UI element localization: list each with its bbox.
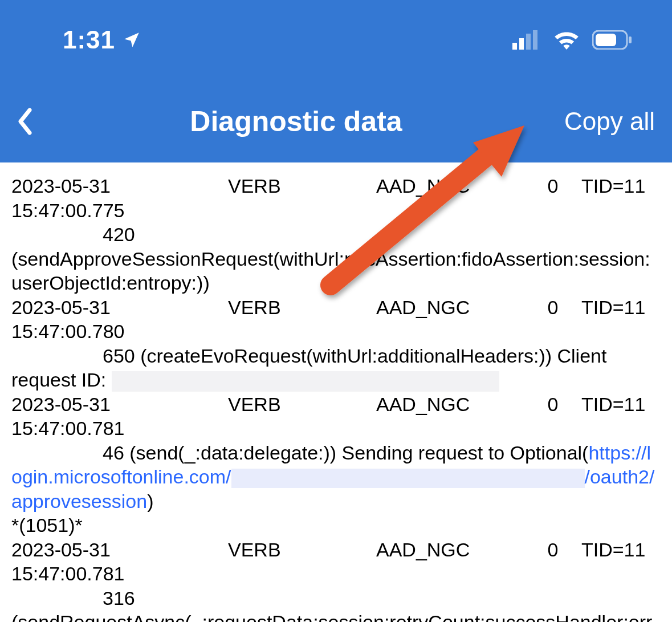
log-code: 0: [524, 174, 581, 222]
log-code: 0: [524, 538, 581, 586]
log-timestamp: 2023-05-31 15:47:00.775: [11, 174, 228, 222]
page-title: Diagnostic data: [51, 105, 541, 138]
redacted-block: [231, 469, 585, 488]
log-line: *(1051)*: [11, 513, 661, 538]
log-text: ): [147, 490, 153, 512]
log-entry: 2023-05-31 15:47:00.781 VERB AAD_NGC 0 T…: [11, 392, 661, 538]
log-code: 0: [524, 392, 581, 441]
wifi-icon: [553, 30, 580, 50]
log-level: VERB: [228, 538, 376, 586]
log-text: (sendRequestAsync(_:requestData:session:…: [11, 611, 652, 622]
svg-rect-1: [519, 38, 524, 50]
svg-rect-2: [526, 34, 531, 50]
svg-rect-3: [533, 30, 537, 50]
status-bar: 1:31: [0, 0, 672, 80]
log-tag: AAD_NGC: [376, 538, 524, 586]
svg-rect-6: [629, 36, 632, 43]
svg-rect-5: [596, 34, 616, 46]
log-timestamp: 2023-05-31 15:47:00.781: [11, 392, 228, 441]
redacted-block: [112, 371, 499, 392]
log-level: VERB: [228, 392, 376, 441]
status-time-group: 1:31: [63, 26, 141, 54]
battery-icon: [592, 30, 632, 50]
log-text: 46 (send(_:data:delegate:)) Sending requ…: [11, 441, 588, 465]
log-level: VERB: [228, 174, 376, 222]
copy-all-button[interactable]: Copy all: [541, 107, 655, 136]
log-tid: TID=11: [581, 538, 661, 586]
log-tag: AAD_NGC: [376, 295, 524, 344]
log-line: 420: [11, 222, 661, 247]
log-level: VERB: [228, 295, 376, 344]
log-entry: 2023-05-31 15:47:00.775 VERB AAD_NGC 0 T…: [11, 174, 661, 295]
log-line: 46 (send(_:data:delegate:)) Sending requ…: [11, 441, 661, 514]
log-line: (sendApproveSessionRequest(withUrl:ngcAs…: [11, 247, 661, 295]
log-entry: 2023-05-31 15:47:00.780 VERB AAD_NGC 0 T…: [11, 295, 661, 392]
log-area[interactable]: 2023-05-31 15:47:00.775 VERB AAD_NGC 0 T…: [0, 162, 672, 622]
status-right: [512, 30, 632, 50]
log-entry: 2023-05-31 15:47:00.781 VERB AAD_NGC 0 T…: [11, 538, 661, 623]
svg-rect-0: [512, 43, 517, 50]
status-time: 1:31: [63, 26, 115, 54]
nav-bar: Diagnostic data Copy all: [0, 80, 672, 162]
signal-icon: [512, 30, 541, 50]
log-line: (sendRequestAsync(_:requestData:session:…: [11, 610, 661, 622]
log-timestamp: 2023-05-31 15:47:00.781: [11, 538, 228, 586]
log-line: 316: [11, 586, 661, 611]
location-icon: [122, 30, 141, 50]
log-tag: AAD_NGC: [376, 392, 524, 441]
log-tid: TID=11: [581, 392, 661, 441]
log-tag: AAD_NGC: [376, 174, 524, 222]
log-line: request ID:: [11, 368, 661, 392]
log-tid: TID=11: [581, 295, 661, 344]
log-tid: TID=11: [581, 174, 661, 222]
log-timestamp: 2023-05-31 15:47:00.780: [11, 295, 228, 344]
log-line: 650 (createEvoRequest(withUrl:additional…: [11, 344, 661, 368]
log-code: 0: [524, 295, 581, 344]
back-button[interactable]: [17, 108, 51, 135]
log-text: request ID:: [11, 369, 112, 391]
